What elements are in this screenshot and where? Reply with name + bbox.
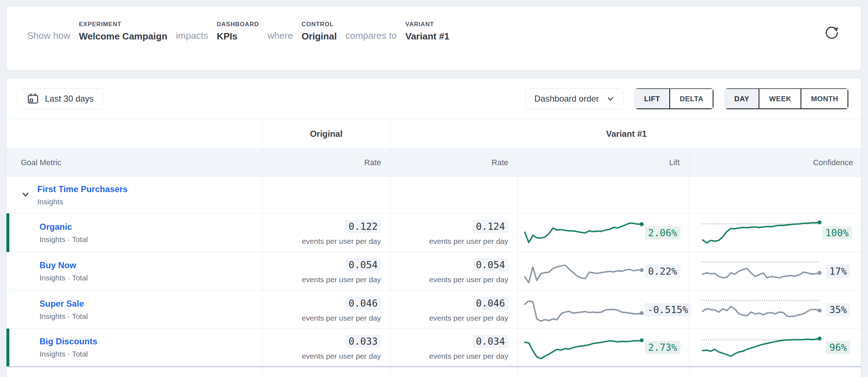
refresh-button[interactable] [824, 24, 840, 41]
goal-metric-cell: Buy NowInsights · Total [6, 252, 262, 290]
rate-value: 0.124 [473, 220, 508, 233]
lift-cell: 2.06% [518, 214, 689, 252]
table-group-header: Original Variant #1 [6, 119, 861, 149]
col-confidence: Confidence [689, 149, 861, 176]
rate-unit: events per user per day [429, 275, 508, 284]
query-entity-label: CONTROL [302, 21, 337, 28]
lift-cell: 2.73% [518, 329, 689, 366]
goal-metric-cell: First Time PurchasersInsights [6, 177, 262, 213]
control-rate-cell: 0.054events per user per day [262, 252, 391, 290]
query-connector: Show how [27, 30, 70, 42]
toggle-option-week[interactable]: WEEK [759, 88, 801, 109]
confidence-sparkline [700, 294, 822, 325]
metric-link[interactable]: Big Discounts [39, 336, 97, 346]
empty-cell [518, 177, 689, 213]
lift-value: -0.515% [644, 303, 692, 316]
metric-subtitle: Insights · Total [39, 312, 88, 321]
control-rate-cell: 0.046events per user per day [262, 290, 391, 329]
toggle-option-month[interactable]: MONTH [801, 88, 848, 109]
rate-unit: events per user per day [429, 237, 508, 246]
lift-sparkline [522, 256, 644, 287]
query-entity-label: VARIANT [405, 21, 449, 28]
rate-value: 0.046 [345, 297, 381, 310]
query-entity-experiment: EXPERIMENTWelcome Campaign [79, 21, 168, 42]
lift-value: 2.06% [645, 226, 680, 239]
col-control-rate: Rate [262, 149, 391, 176]
confidence-value: 96% [826, 341, 850, 354]
group-header-variant: Variant #1 [391, 119, 861, 148]
rate-value: 0.054 [345, 258, 381, 271]
query-entity-value[interactable]: Original [302, 31, 337, 42]
metric-link[interactable]: First Time Purchasers [37, 184, 128, 194]
chevron-down-icon [606, 94, 615, 103]
toggle-option-day[interactable]: DAY [725, 88, 759, 109]
lift-cell: 0.22% [518, 252, 689, 290]
metric-link[interactable]: Organic [39, 222, 88, 232]
empty-cell [391, 367, 518, 374]
lift-sparkline [522, 217, 644, 248]
table-row-metric: OrganicInsights · Total0.122events per u… [6, 214, 861, 252]
table-row-metric: Super SaleInsights · Total0.046events pe… [6, 290, 861, 329]
rate-unit: events per user per day [429, 314, 508, 322]
confidence-sparkline [700, 217, 822, 248]
dashboard-order-select[interactable]: Dashboard order [525, 88, 624, 109]
lift-value: 2.73% [645, 341, 680, 354]
name-block: Buy NowInsights · Total [39, 260, 88, 282]
query-connector: where [268, 30, 293, 42]
table-row-metric: Big DiscountsInsights · Total0.033events… [6, 329, 861, 367]
query-connector: compares to [345, 30, 397, 42]
granularity-toggle: DAYWEEKMONTH [725, 88, 849, 110]
variant-rate-cell: 0.124events per user per day [391, 214, 518, 252]
toggle-option-delta[interactable]: DELTA [670, 88, 713, 109]
control-rate-cell: 0.033events per user per day [262, 329, 391, 366]
control-rate-cell: 0.122events per user per day [262, 214, 391, 252]
name-block: First Time PurchasersInsights [37, 184, 128, 206]
rate-unit: events per user per day [302, 275, 381, 284]
confidence-value: 17% [826, 265, 850, 278]
date-range-button[interactable]: Last 30 days [17, 88, 103, 109]
goal-metric-cell: Super SaleInsights · Total [6, 290, 262, 329]
query-entity-value[interactable]: Variant #1 [405, 31, 449, 42]
metric-link[interactable]: Super Sale [39, 299, 88, 309]
query-segments: Show howEXPERIMENTWelcome Campaignimpact… [6, 6, 861, 42]
empty-cell [262, 367, 391, 374]
confidence-cell: 100% [689, 214, 861, 252]
goal-metric-cell: Big DiscountsInsights · Total [6, 329, 262, 366]
lift-value: 0.22% [645, 265, 680, 278]
lift-sparkline [522, 332, 644, 363]
dashboard-panel: Last 30 days Dashboard order LIFTDELTA D… [6, 78, 861, 377]
goal-metric-cell: OrganicInsights · Total [6, 214, 262, 252]
variant-rate-cell: 0.046events per user per day [391, 290, 518, 329]
query-entity-value[interactable]: KPIs [217, 31, 259, 42]
toggle-option-lift[interactable]: LIFT [635, 88, 670, 109]
chevron-down-icon [20, 189, 31, 200]
confidence-sparkline [700, 256, 822, 287]
metric-subtitle: Insights · Total [39, 350, 97, 358]
empty-cell [6, 367, 262, 374]
rate-value: 0.122 [345, 220, 381, 233]
rate-value: 0.034 [473, 335, 508, 348]
query-entity-label: DASHBOARD [217, 21, 259, 28]
query-builder-panel: Show howEXPERIMENTWelcome Campaignimpact… [6, 6, 861, 70]
metric-link[interactable]: Buy Now [39, 260, 88, 270]
query-entity-label: EXPERIMENT [79, 21, 168, 28]
confidence-cell: 17% [689, 252, 861, 290]
query-entity-dashboard: DASHBOARDKPIs [217, 21, 259, 42]
query-entity-value[interactable]: Welcome Campaign [79, 31, 168, 42]
date-range-label: Last 30 days [45, 94, 94, 104]
query-connector: impacts [176, 30, 208, 42]
lift-cell: -0.515% [518, 290, 689, 329]
group-header-control: Original [262, 119, 391, 148]
expand-collapse-button[interactable] [19, 189, 32, 201]
confidence-value: 100% [822, 226, 852, 239]
rate-value: 0.033 [345, 335, 381, 348]
rate-unit: events per user per day [302, 237, 381, 246]
variant-rate-cell: 0.034events per user per day [391, 329, 518, 366]
empty-cell [391, 177, 518, 213]
confidence-cell: 96% [689, 329, 861, 366]
col-lift: Lift [518, 149, 689, 176]
confidence-cell: 35% [689, 290, 861, 329]
metric-subtitle: Insights [37, 197, 128, 206]
lift-sparkline [522, 294, 644, 325]
table-body: First Time PurchasersInsightsOrganicInsi… [6, 177, 861, 374]
